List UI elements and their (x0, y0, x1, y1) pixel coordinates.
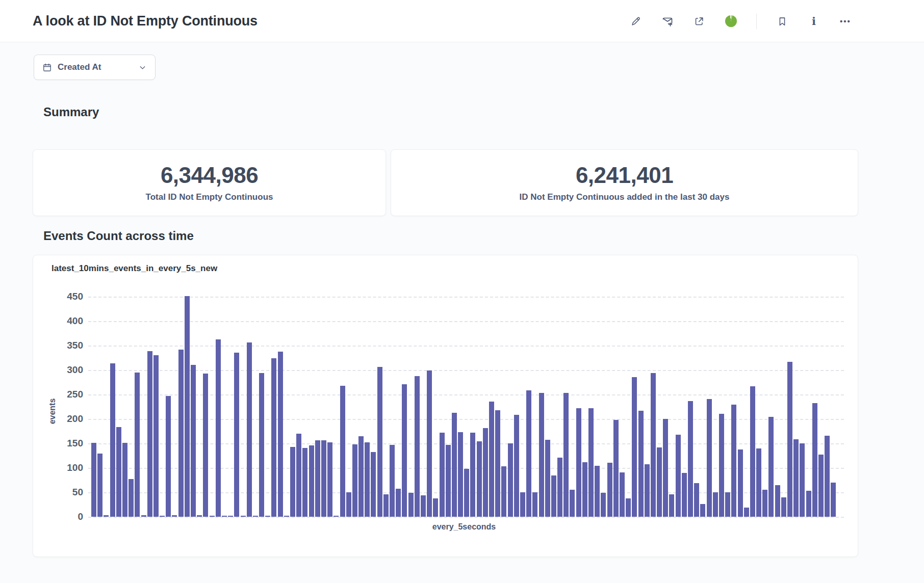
bar-7[interactable] (135, 373, 140, 517)
bar-47[interactable] (383, 494, 389, 517)
bar-103[interactable] (731, 405, 736, 517)
bar-79[interactable] (582, 462, 587, 517)
bar-82[interactable] (601, 493, 606, 517)
bar-105[interactable] (744, 508, 749, 517)
bar-28[interactable] (265, 516, 270, 517)
bar-80[interactable] (588, 408, 594, 517)
bar-96[interactable] (688, 401, 693, 517)
bar-21[interactable] (222, 516, 227, 517)
bar-116[interactable] (812, 403, 817, 517)
bar-106[interactable] (750, 386, 755, 517)
bar-43[interactable] (358, 436, 364, 517)
bookmark-icon[interactable] (776, 15, 788, 28)
created-at-filter[interactable]: Created At (34, 55, 156, 80)
bar-83[interactable] (607, 463, 612, 517)
bar-30[interactable] (278, 352, 283, 517)
bar-57[interactable] (446, 445, 451, 517)
bar-95[interactable] (682, 473, 687, 517)
bar-59[interactable] (458, 432, 463, 517)
bar-98[interactable] (700, 504, 705, 517)
bar-11[interactable] (160, 516, 165, 517)
bar-45[interactable] (371, 452, 376, 517)
bar-50[interactable] (402, 384, 407, 517)
bar-117[interactable] (818, 455, 824, 517)
bar-115[interactable] (806, 491, 811, 517)
bar-85[interactable] (620, 472, 625, 517)
bar-41[interactable] (346, 492, 351, 517)
bar-101[interactable] (719, 414, 724, 517)
bar-31[interactable] (284, 516, 289, 517)
bar-81[interactable] (595, 466, 600, 517)
bar-75[interactable] (557, 458, 562, 517)
scalar-card-total[interactable]: 6,344,986 Total ID Not Empty Continuous (33, 149, 386, 216)
bar-97[interactable] (694, 483, 699, 517)
bar-60[interactable] (464, 469, 469, 517)
bar-1[interactable] (97, 454, 102, 517)
bar-78[interactable] (576, 408, 581, 517)
bar-109[interactable] (768, 417, 774, 517)
bar-14[interactable] (178, 350, 184, 517)
more-options-icon[interactable]: ••• (839, 15, 852, 28)
bar-112[interactable] (787, 362, 792, 517)
bar-16[interactable] (191, 365, 196, 517)
share-external-icon[interactable] (693, 15, 705, 28)
bar-69[interactable] (520, 492, 525, 517)
bar-8[interactable] (141, 515, 146, 517)
bar-99[interactable] (707, 399, 712, 517)
bar-74[interactable] (551, 475, 556, 517)
edit-pencil-icon[interactable] (630, 15, 642, 28)
bar-102[interactable] (725, 492, 730, 517)
bar-73[interactable] (545, 440, 550, 517)
bar-40[interactable] (340, 386, 345, 517)
bar-93[interactable] (669, 494, 674, 517)
bar-62[interactable] (477, 441, 482, 517)
bar-3[interactable] (110, 363, 115, 517)
bar-113[interactable] (793, 439, 799, 517)
bar-17[interactable] (197, 515, 202, 517)
bar-71[interactable] (532, 492, 537, 517)
bar-44[interactable] (365, 442, 370, 517)
bar-76[interactable] (563, 393, 569, 517)
bar-119[interactable] (831, 483, 836, 517)
bar-68[interactable] (514, 415, 519, 517)
bar-13[interactable] (172, 515, 177, 517)
bar-118[interactable] (825, 436, 830, 517)
bar-51[interactable] (408, 493, 414, 517)
bar-91[interactable] (657, 447, 662, 517)
bar-35[interactable] (309, 445, 314, 517)
bar-110[interactable] (775, 485, 780, 517)
bar-54[interactable] (427, 370, 432, 517)
bar-29[interactable] (271, 358, 276, 517)
bar-20[interactable] (216, 339, 221, 517)
bar-48[interactable] (390, 445, 395, 517)
bar-6[interactable] (129, 479, 134, 517)
bar-88[interactable] (638, 411, 644, 517)
bar-34[interactable] (302, 448, 307, 517)
bar-22[interactable] (228, 516, 233, 517)
bar-24[interactable] (241, 516, 246, 517)
bar-27[interactable] (259, 373, 264, 517)
bar-77[interactable] (570, 490, 575, 517)
bar-26[interactable] (253, 516, 258, 517)
bar-111[interactable] (781, 497, 786, 517)
bar-84[interactable] (613, 420, 619, 517)
bar-52[interactable] (415, 376, 420, 517)
bar-94[interactable] (676, 435, 681, 517)
auto-refresh-status-icon[interactable] (725, 15, 737, 28)
bar-5[interactable] (122, 443, 127, 517)
bar-12[interactable] (166, 396, 171, 517)
bar-39[interactable] (333, 516, 339, 517)
bar-92[interactable] (663, 419, 668, 517)
bar-25[interactable] (247, 342, 252, 517)
bar-63[interactable] (483, 428, 488, 517)
bar-37[interactable] (321, 440, 326, 517)
bar-33[interactable] (296, 434, 301, 517)
bar-100[interactable] (713, 492, 718, 517)
bar-49[interactable] (396, 489, 401, 517)
bar-67[interactable] (508, 443, 513, 517)
bar-108[interactable] (762, 490, 767, 517)
scalar-card-last-30-days[interactable]: 6,241,401 ID Not Empty Continuous added … (391, 149, 858, 216)
bar-9[interactable] (147, 351, 152, 517)
bar-87[interactable] (632, 377, 637, 517)
bar-72[interactable] (539, 393, 544, 517)
